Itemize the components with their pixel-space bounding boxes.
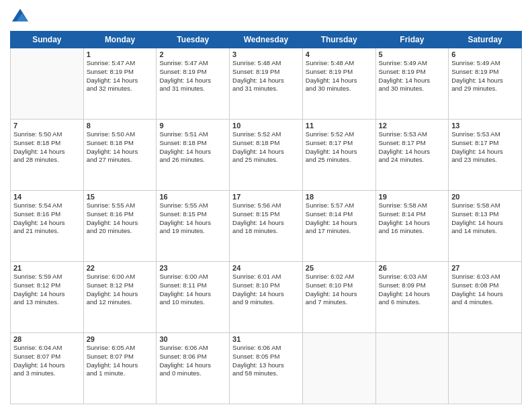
day-number: 17 bbox=[232, 193, 300, 201]
calendar-week-row: 1Sunrise: 5:47 AM Sunset: 8:19 PM Daylig… bbox=[11, 48, 522, 120]
day-info: Sunrise: 5:53 AM Sunset: 8:17 PM Dayligh… bbox=[451, 130, 519, 165]
calendar-cell: 16Sunrise: 5:55 AM Sunset: 8:15 PM Dayli… bbox=[157, 191, 230, 262]
calendar-cell: 22Sunrise: 6:00 AM Sunset: 8:12 PM Dayli… bbox=[83, 262, 157, 333]
calendar-cell: 12Sunrise: 5:53 AM Sunset: 8:17 PM Dayli… bbox=[375, 120, 449, 191]
calendar-cell: 27Sunrise: 6:03 AM Sunset: 8:08 PM Dayli… bbox=[449, 262, 522, 333]
day-info: Sunrise: 5:57 AM Sunset: 8:14 PM Dayligh… bbox=[306, 201, 373, 236]
calendar-cell: 23Sunrise: 6:00 AM Sunset: 8:11 PM Dayli… bbox=[157, 262, 230, 333]
calendar-cell: 26Sunrise: 6:03 AM Sunset: 8:09 PM Dayli… bbox=[375, 262, 449, 333]
day-info: Sunrise: 5:55 AM Sunset: 8:15 PM Dayligh… bbox=[159, 201, 226, 236]
calendar-cell: 6Sunrise: 5:49 AM Sunset: 8:19 PM Daylig… bbox=[449, 48, 522, 120]
day-number: 4 bbox=[306, 50, 373, 58]
day-number: 29 bbox=[87, 335, 154, 343]
day-number: 31 bbox=[232, 335, 300, 343]
calendar-header-sunday: Sunday bbox=[11, 32, 84, 48]
calendar-cell: 21Sunrise: 5:59 AM Sunset: 8:12 PM Dayli… bbox=[11, 262, 84, 333]
day-number: 6 bbox=[451, 50, 519, 58]
calendar-header-saturday: Saturday bbox=[449, 32, 522, 48]
day-number: 28 bbox=[13, 335, 81, 343]
day-info: Sunrise: 6:03 AM Sunset: 8:09 PM Dayligh… bbox=[379, 273, 446, 307]
day-info: Sunrise: 6:03 AM Sunset: 8:08 PM Dayligh… bbox=[451, 273, 519, 307]
day-info: Sunrise: 5:48 AM Sunset: 8:19 PM Dayligh… bbox=[306, 59, 373, 93]
calendar-cell: 14Sunrise: 5:54 AM Sunset: 8:16 PM Dayli… bbox=[11, 191, 84, 262]
day-number: 2 bbox=[159, 50, 226, 58]
day-number: 18 bbox=[306, 193, 373, 201]
day-number: 5 bbox=[379, 50, 446, 58]
calendar-cell: 31Sunrise: 6:06 AM Sunset: 8:05 PM Dayli… bbox=[230, 333, 303, 404]
calendar-cell: 24Sunrise: 6:01 AM Sunset: 8:10 PM Dayli… bbox=[230, 262, 303, 333]
calendar-header-thursday: Thursday bbox=[302, 32, 375, 48]
day-info: Sunrise: 6:06 AM Sunset: 8:06 PM Dayligh… bbox=[159, 344, 226, 378]
calendar-cell: 2Sunrise: 5:47 AM Sunset: 8:19 PM Daylig… bbox=[157, 48, 230, 120]
calendar-cell bbox=[449, 333, 522, 404]
calendar-cell: 25Sunrise: 6:02 AM Sunset: 8:10 PM Dayli… bbox=[302, 262, 375, 333]
calendar-cell: 10Sunrise: 5:52 AM Sunset: 8:18 PM Dayli… bbox=[230, 120, 303, 191]
calendar-cell: 17Sunrise: 5:56 AM Sunset: 8:15 PM Dayli… bbox=[230, 191, 303, 262]
page: SundayMondayTuesdayWednesdayThursdayFrid… bbox=[0, 0, 532, 411]
day-info: Sunrise: 5:58 AM Sunset: 8:13 PM Dayligh… bbox=[451, 201, 519, 236]
calendar-cell: 20Sunrise: 5:58 AM Sunset: 8:13 PM Dayli… bbox=[449, 191, 522, 262]
day-info: Sunrise: 5:54 AM Sunset: 8:16 PM Dayligh… bbox=[13, 201, 81, 236]
day-info: Sunrise: 5:48 AM Sunset: 8:19 PM Dayligh… bbox=[232, 59, 300, 93]
calendar-header-friday: Friday bbox=[375, 32, 449, 48]
calendar-cell bbox=[11, 48, 84, 120]
day-number: 22 bbox=[87, 264, 154, 272]
calendar-cell: 3Sunrise: 5:48 AM Sunset: 8:19 PM Daylig… bbox=[230, 48, 303, 120]
day-info: Sunrise: 5:56 AM Sunset: 8:15 PM Dayligh… bbox=[232, 201, 300, 236]
day-info: Sunrise: 6:04 AM Sunset: 8:07 PM Dayligh… bbox=[13, 344, 81, 378]
logo-icon bbox=[10, 7, 30, 27]
calendar-week-row: 7Sunrise: 5:50 AM Sunset: 8:18 PM Daylig… bbox=[11, 120, 522, 191]
day-number: 27 bbox=[451, 264, 519, 272]
calendar-cell: 30Sunrise: 6:06 AM Sunset: 8:06 PM Dayli… bbox=[157, 333, 230, 404]
day-info: Sunrise: 5:59 AM Sunset: 8:12 PM Dayligh… bbox=[13, 273, 81, 307]
day-info: Sunrise: 5:58 AM Sunset: 8:14 PM Dayligh… bbox=[379, 201, 446, 236]
day-number: 12 bbox=[379, 122, 446, 130]
header bbox=[10, 7, 522, 27]
day-info: Sunrise: 6:01 AM Sunset: 8:10 PM Dayligh… bbox=[232, 273, 300, 307]
calendar-week-row: 28Sunrise: 6:04 AM Sunset: 8:07 PM Dayli… bbox=[11, 333, 522, 404]
day-number: 13 bbox=[451, 122, 519, 130]
day-number: 23 bbox=[159, 264, 226, 272]
calendar-cell: 18Sunrise: 5:57 AM Sunset: 8:14 PM Dayli… bbox=[302, 191, 375, 262]
calendar-cell: 8Sunrise: 5:50 AM Sunset: 8:18 PM Daylig… bbox=[83, 120, 157, 191]
day-number: 15 bbox=[87, 193, 154, 201]
day-number: 21 bbox=[13, 264, 81, 272]
calendar-cell: 11Sunrise: 5:52 AM Sunset: 8:17 PM Dayli… bbox=[302, 120, 375, 191]
day-info: Sunrise: 5:49 AM Sunset: 8:19 PM Dayligh… bbox=[379, 59, 446, 93]
day-number: 19 bbox=[379, 193, 446, 201]
calendar-cell bbox=[375, 333, 449, 404]
calendar-cell: 28Sunrise: 6:04 AM Sunset: 8:07 PM Dayli… bbox=[11, 333, 84, 404]
calendar-cell: 4Sunrise: 5:48 AM Sunset: 8:19 PM Daylig… bbox=[302, 48, 375, 120]
day-info: Sunrise: 5:53 AM Sunset: 8:17 PM Dayligh… bbox=[379, 130, 446, 165]
day-number: 26 bbox=[379, 264, 446, 272]
day-info: Sunrise: 5:55 AM Sunset: 8:16 PM Dayligh… bbox=[87, 201, 154, 236]
calendar-header-wednesday: Wednesday bbox=[230, 32, 303, 48]
day-info: Sunrise: 6:06 AM Sunset: 8:05 PM Dayligh… bbox=[232, 344, 300, 378]
day-number: 3 bbox=[232, 50, 300, 58]
calendar-cell: 15Sunrise: 5:55 AM Sunset: 8:16 PM Dayli… bbox=[83, 191, 157, 262]
calendar-header-row: SundayMondayTuesdayWednesdayThursdayFrid… bbox=[11, 32, 522, 48]
calendar-cell: 1Sunrise: 5:47 AM Sunset: 8:19 PM Daylig… bbox=[83, 48, 157, 120]
day-number: 24 bbox=[232, 264, 300, 272]
day-number: 11 bbox=[306, 122, 373, 130]
calendar-cell: 13Sunrise: 5:53 AM Sunset: 8:17 PM Dayli… bbox=[449, 120, 522, 191]
day-info: Sunrise: 5:49 AM Sunset: 8:19 PM Dayligh… bbox=[451, 59, 519, 93]
calendar-header-tuesday: Tuesday bbox=[157, 32, 230, 48]
calendar-cell: 29Sunrise: 6:05 AM Sunset: 8:07 PM Dayli… bbox=[83, 333, 157, 404]
day-number: 8 bbox=[87, 122, 154, 130]
day-info: Sunrise: 6:05 AM Sunset: 8:07 PM Dayligh… bbox=[87, 344, 154, 378]
calendar-cell bbox=[302, 333, 375, 404]
calendar-cell: 5Sunrise: 5:49 AM Sunset: 8:19 PM Daylig… bbox=[375, 48, 449, 120]
day-info: Sunrise: 6:00 AM Sunset: 8:11 PM Dayligh… bbox=[159, 273, 226, 307]
day-info: Sunrise: 5:52 AM Sunset: 8:18 PM Dayligh… bbox=[232, 130, 300, 165]
day-number: 14 bbox=[13, 193, 81, 201]
day-info: Sunrise: 5:50 AM Sunset: 8:18 PM Dayligh… bbox=[87, 130, 154, 165]
calendar-cell: 9Sunrise: 5:51 AM Sunset: 8:18 PM Daylig… bbox=[157, 120, 230, 191]
day-info: Sunrise: 5:47 AM Sunset: 8:19 PM Dayligh… bbox=[159, 59, 226, 93]
day-info: Sunrise: 5:52 AM Sunset: 8:17 PM Dayligh… bbox=[306, 130, 373, 165]
day-number: 20 bbox=[451, 193, 519, 201]
day-info: Sunrise: 6:02 AM Sunset: 8:10 PM Dayligh… bbox=[306, 273, 373, 307]
calendar-cell: 19Sunrise: 5:58 AM Sunset: 8:14 PM Dayli… bbox=[375, 191, 449, 262]
day-info: Sunrise: 6:00 AM Sunset: 8:12 PM Dayligh… bbox=[87, 273, 154, 307]
day-number: 25 bbox=[306, 264, 373, 272]
